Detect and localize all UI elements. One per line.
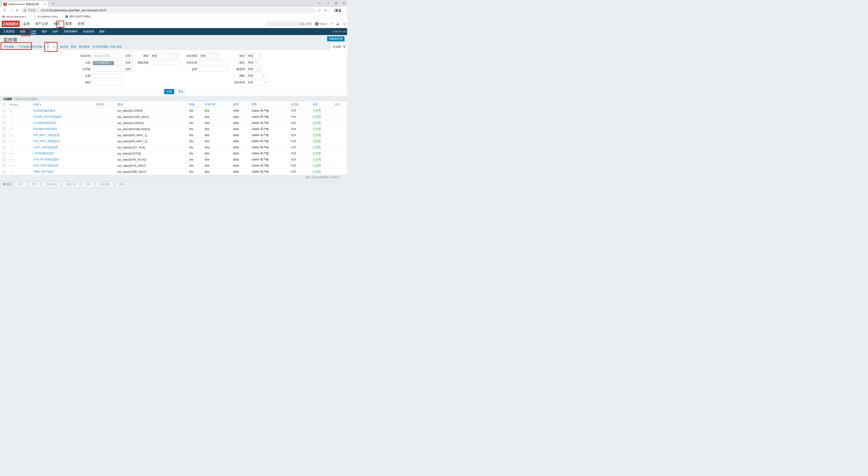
filter-toggle-tab[interactable]: 过滤器 <box>330 43 347 50</box>
wizard-menu-button[interactable]: ••• <box>8 171 32 173</box>
wizard-menu-button[interactable]: ••• <box>8 128 32 130</box>
bookmark-item[interactable]: ebook.apecome.c... <box>2 15 28 18</box>
reset-button[interactable]: 重设 <box>176 89 186 94</box>
item-status-link[interactable]: 已启用 <box>311 134 333 137</box>
menu-monitoring[interactable]: 监测 <box>23 22 30 26</box>
browser-menu-kebab-icon[interactable] <box>344 8 347 12</box>
delete-button[interactable]: 删除 <box>116 182 127 187</box>
header-history[interactable]: 历史记录 <box>203 103 231 106</box>
menu-configuration[interactable]: 配置 <box>66 22 72 26</box>
row-checkbox[interactable] <box>0 164 8 167</box>
share-link[interactable]: Z Share <box>315 22 327 26</box>
create-item-button[interactable]: 创建监控项 <box>327 36 345 41</box>
chip-remove-icon[interactable]: ✕ <box>111 62 113 64</box>
menu-inventory[interactable]: 资产记录 <box>35 22 48 26</box>
security-warning-icon[interactable] <box>24 8 26 12</box>
item-status-link[interactable]: 已启用 <box>311 164 333 168</box>
item-name-link[interactable]: TIME_WAIT监控 <box>32 170 95 174</box>
tab-web-scenarios[interactable]: Web 场景 <box>108 43 124 50</box>
header-trends[interactable]: 趋势 <box>231 103 250 106</box>
row-checkbox[interactable] <box>0 109 8 112</box>
subnav-event-correlation[interactable]: 关联项事件 <box>61 28 80 35</box>
window-maximize-icon[interactable] <box>335 0 338 6</box>
subnav-maintenance[interactable]: 维护 <box>39 28 50 35</box>
back-icon[interactable] <box>3 8 7 12</box>
menu-administration[interactable]: 管理 <box>78 22 84 26</box>
item-status-link[interactable]: 已启用 <box>311 146 333 149</box>
support-link[interactable]: 支持 <box>302 22 311 26</box>
row-checkbox[interactable] <box>0 170 8 173</box>
status-select[interactable]: 所有 <box>247 53 261 59</box>
item-name-link[interactable]: ESTABLISHED状态 <box>32 127 95 131</box>
subnav-services[interactable]: 服务 <box>97 28 107 35</box>
apply-button[interactable]: 应用 <box>164 89 174 94</box>
mass-update-button[interactable]: 批量更新 <box>96 182 113 187</box>
window-close-icon[interactable] <box>343 0 345 6</box>
tab-screens[interactable]: 聚合图形 <box>76 43 92 50</box>
item-name-link[interactable]: SYN_SENT状态监控 <box>32 164 95 168</box>
item-name-link[interactable]: LAST_ACK状态监控 <box>32 145 95 149</box>
wizard-menu-button[interactable]: ••• <box>8 140 32 142</box>
header-type[interactable]: 类型 <box>250 103 289 106</box>
key-input[interactable] <box>92 80 122 85</box>
item-status-link[interactable]: 已启用 <box>311 140 333 143</box>
new-tab-button[interactable]: + <box>50 2 56 6</box>
row-checkbox[interactable] <box>0 128 8 131</box>
item-status-link[interactable]: 已启用 <box>311 158 333 162</box>
share-icon[interactable] <box>317 8 321 12</box>
forward-icon[interactable] <box>9 8 13 12</box>
subnav-discovery[interactable]: 自动发现 <box>80 28 97 35</box>
header-interval[interactable]: 间隔 <box>187 103 203 106</box>
profile-link[interactable] <box>336 22 339 26</box>
wizard-menu-button[interactable]: ••• <box>8 122 32 124</box>
profile-avatar[interactable] <box>338 8 342 12</box>
row-checkbox[interactable] <box>0 122 8 125</box>
help-link[interactable]: ? <box>331 22 332 26</box>
wizard-menu-button[interactable]: ••• <box>8 134 32 136</box>
item-status-link[interactable]: 已启用 <box>311 152 333 155</box>
header-key[interactable]: 键值 <box>116 103 187 106</box>
host-group-input[interactable] <box>92 54 122 58</box>
address-bar[interactable]: 不安全 10.0.0.61/zabbix/items.php?filter_se… <box>21 8 316 13</box>
item-name-link[interactable]: CLOSING状态监控 <box>32 121 95 125</box>
item-name-link[interactable]: CLOSED状态监控 <box>32 109 95 113</box>
item-status-link[interactable]: 已启用 <box>311 109 333 112</box>
header-status[interactable]: 状态 <box>311 103 333 106</box>
wizard-menu-button[interactable]: ••• <box>8 165 32 167</box>
host-input[interactable]: TCP连接状态 ✕ <box>92 60 122 65</box>
application-input[interactable] <box>92 67 122 72</box>
wizard-menu-button[interactable]: ••• <box>8 116 32 118</box>
row-checkbox[interactable] <box>0 152 8 155</box>
check-now-button[interactable]: 现在检查 <box>43 182 60 187</box>
wizard-menu-button[interactable]: ••• <box>8 110 32 112</box>
application-select-button[interactable]: 选择 <box>123 67 133 72</box>
template-select[interactable]: 所有 <box>247 73 266 78</box>
logout-link[interactable] <box>343 22 346 26</box>
global-search-input[interactable] <box>266 22 304 26</box>
row-checkbox[interactable] <box>0 134 8 137</box>
state-select[interactable]: 所有 <box>247 60 259 65</box>
zabbix-logo[interactable]: ZABBIX <box>2 21 20 27</box>
row-checkbox[interactable] <box>0 115 8 118</box>
disable-button[interactable]: 禁用 <box>29 182 40 187</box>
bookmark-item[interactable]: Excalidraw | Hand... <box>34 15 60 18</box>
select-all-checkbox[interactable] <box>0 103 8 106</box>
item-status-link[interactable]: 已启用 <box>311 170 333 174</box>
row-checkbox[interactable] <box>0 146 8 149</box>
item-name-link[interactable]: CLOSE_WAIT状态监控 <box>32 115 95 119</box>
subnav-host-groups[interactable]: 主机群组 <box>1 28 17 35</box>
item-name-link[interactable]: FIN_WAIT_1状态监控 <box>32 133 95 137</box>
clear-history-button[interactable]: 清除历史 <box>62 182 80 187</box>
browser-tab[interactable]: Z zabbix4-server: 配置监控项 ✕ <box>2 1 48 7</box>
bookmark-item[interactable]: 腾讯文档-官方网站... <box>65 15 92 18</box>
header-name[interactable]: 名称▲ <box>32 103 95 106</box>
info-type-select[interactable]: 所有 <box>199 53 219 59</box>
window-chevron-icon[interactable] <box>318 0 320 6</box>
item-status-link[interactable]: 已启用 <box>311 115 333 119</box>
copy-button[interactable]: 复制 <box>82 182 94 187</box>
item-status-link[interactable]: 已启用 <box>311 128 333 131</box>
window-minimize-icon[interactable] <box>327 0 329 6</box>
name-input[interactable] <box>92 73 122 78</box>
triggers-select[interactable]: 所有 <box>247 67 261 72</box>
item-name-link[interactable]: SYN_RCVD状态监控 <box>32 158 95 162</box>
